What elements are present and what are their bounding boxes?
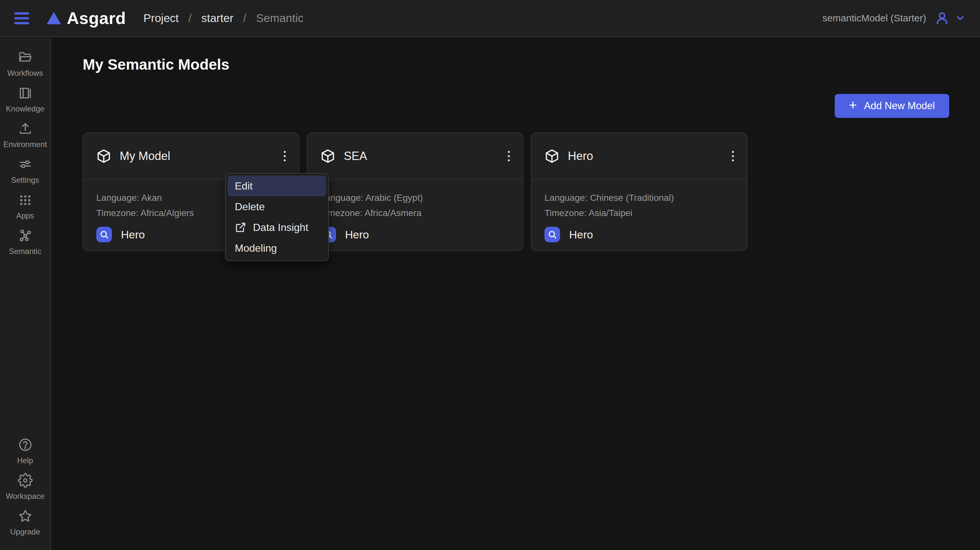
sliders-icon: [18, 157, 33, 173]
kebab-menu-icon[interactable]: [506, 149, 512, 163]
model-title: Hero: [568, 149, 730, 163]
model-timezone: Timezone: Asia/Taipei: [544, 208, 734, 218]
model-card-list: My Model Language: Akan Timezone: Africa…: [83, 133, 980, 251]
sidebar-item-label: Upgrade: [10, 527, 40, 536]
main-content: My Semantic Models + Add New Model My Mo…: [52, 38, 980, 550]
cube-icon: [320, 149, 335, 163]
cube-icon: [96, 149, 111, 163]
card-body: Language: Chinese (Traditional) Timezone…: [531, 180, 747, 242]
cube-icon: [544, 149, 559, 163]
hero-label: Hero: [345, 228, 369, 241]
graph-icon: [18, 228, 33, 244]
sidebar-item-label: Workspace: [6, 492, 45, 501]
sidebar-item-label: Workflows: [7, 69, 43, 78]
sidebar-item-label: Semantic: [9, 247, 41, 256]
model-title: SEA: [344, 149, 506, 163]
sidebar-item-knowledge[interactable]: Knowledge: [0, 86, 50, 113]
sidebar-item-apps[interactable]: Apps: [0, 192, 50, 220]
plus-icon: +: [849, 98, 857, 112]
card-body: Language: Arabic (Egypt) Timezone: Afric…: [307, 180, 523, 242]
sidebar-item-upgrade[interactable]: Upgrade: [0, 509, 50, 536]
grid-icon: [18, 192, 33, 209]
menu-item-data-insight[interactable]: Data Insight: [228, 217, 326, 238]
card-header: Hero: [531, 133, 747, 180]
chevron-down-icon[interactable]: [955, 13, 966, 24]
hero-label: Hero: [569, 228, 593, 241]
gear-icon: [18, 473, 33, 489]
account-label: semanticModel (Starter): [822, 13, 926, 24]
search-icon: [544, 227, 560, 242]
kebab-menu-icon[interactable]: [282, 149, 288, 163]
hero-label: Hero: [121, 228, 145, 241]
breadcrumb-starter[interactable]: starter: [201, 12, 234, 25]
logo-triangle-icon: [47, 12, 61, 24]
kebab-menu-icon[interactable]: [730, 149, 736, 163]
breadcrumb: Project / starter / Semantic: [143, 12, 304, 25]
model-card-hero: Hero Language: Chinese (Traditional) Tim…: [531, 133, 748, 251]
menu-item-delete[interactable]: Delete: [228, 196, 326, 217]
search-icon: [96, 227, 112, 242]
sidebar-item-label: Knowledge: [6, 104, 45, 113]
toolbar: + Add New Model: [52, 94, 949, 118]
hamburger-menu-button[interactable]: [14, 12, 29, 25]
model-language: Language: Chinese (Traditional): [544, 193, 734, 203]
model-language: Language: Arabic (Egypt): [320, 193, 510, 203]
help-circle-icon: [18, 437, 33, 453]
model-title: My Model: [120, 149, 282, 163]
breadcrumb-semantic: Semantic: [256, 12, 304, 25]
breadcrumb-project[interactable]: Project: [143, 12, 179, 25]
model-timezone: Timezone: Africa/Asmera: [320, 208, 510, 218]
add-new-model-label: Add New Model: [864, 100, 935, 112]
add-new-model-button[interactable]: + Add New Model: [835, 94, 949, 118]
hero-link[interactable]: Hero: [320, 227, 510, 242]
user-icon[interactable]: [935, 11, 950, 25]
sidebar-item-settings[interactable]: Settings: [0, 157, 50, 185]
sidebar-item-label: Environment: [3, 140, 47, 149]
card-context-menu: Edit Delete Data Insight Modeling: [225, 173, 329, 261]
book-icon: [18, 86, 33, 102]
menu-item-label: Data Insight: [253, 222, 309, 233]
sidebar-item-workspace[interactable]: Workspace: [0, 473, 50, 501]
upload-icon: [18, 121, 33, 137]
hamburger-icon: [14, 12, 29, 14]
breadcrumb-separator: /: [243, 12, 247, 25]
sidebar-item-semantic[interactable]: Semantic: [0, 228, 50, 256]
folder-icon: [18, 50, 33, 66]
sidebar-item-label: Apps: [16, 211, 34, 220]
top-bar: Asgard Project / starter / Semantic sema…: [0, 0, 980, 37]
app-logo-text: Asgard: [67, 8, 126, 28]
sidebar-item-help[interactable]: Help: [0, 437, 50, 465]
menu-item-edit[interactable]: Edit: [228, 176, 326, 196]
breadcrumb-separator: /: [188, 12, 192, 25]
sidebar-item-label: Settings: [11, 176, 39, 185]
card-header: SEA: [307, 133, 523, 180]
sidebar-item-label: Help: [17, 456, 33, 465]
model-card-sea: SEA Language: Arabic (Egypt) Timezone: A…: [307, 133, 523, 251]
external-link-icon: [235, 222, 247, 233]
star-icon: [18, 509, 33, 525]
menu-item-modeling[interactable]: Modeling: [228, 238, 326, 258]
hero-link[interactable]: Hero: [544, 227, 734, 242]
sidebar: Workflows Knowledge Environment Settings: [0, 38, 51, 550]
page-title: My Semantic Models: [83, 56, 980, 73]
sidebar-item-environment[interactable]: Environment: [0, 121, 50, 149]
sidebar-item-workflows[interactable]: Workflows: [0, 50, 50, 78]
